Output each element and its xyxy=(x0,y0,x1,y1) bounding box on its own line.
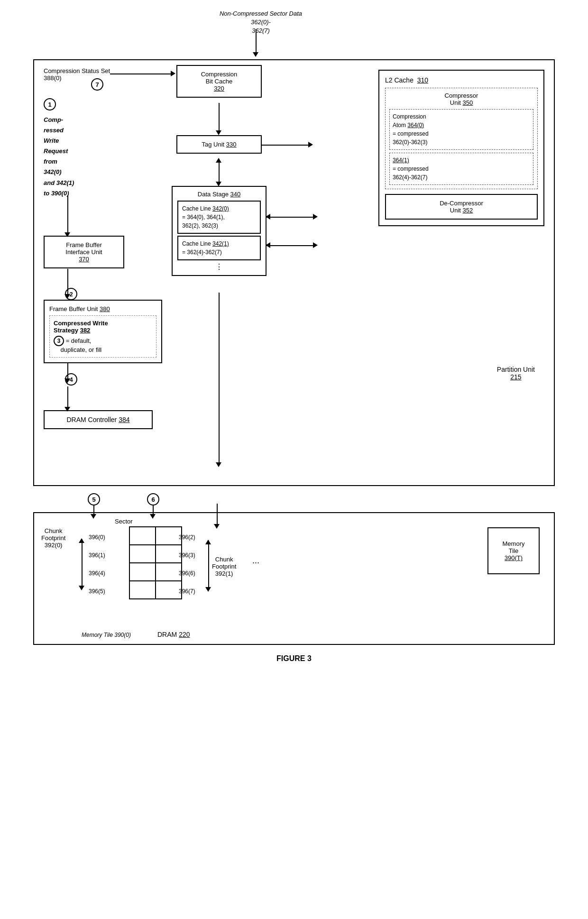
arrow-tag-to-l2 xyxy=(262,145,309,146)
arrowhead-fbu-down xyxy=(64,378,70,383)
arrowhead-left-1 xyxy=(266,214,270,220)
circle-1: 1 xyxy=(44,98,56,110)
memory-tile-0-label: Memory Tile 390(0) xyxy=(82,632,131,638)
write-request-text: Comp- ressed Write Request from 342(0) a… xyxy=(44,115,110,199)
arrowhead-up-1 xyxy=(216,158,221,163)
cache-line-0-box: Cache Line 342(0) = 364(0), 364(1), 362(… xyxy=(177,201,261,234)
compressor-unit-box: Compressor Unit 350 Compression Atom 364… xyxy=(385,88,538,189)
arrowhead-fbi-fbu xyxy=(64,294,70,299)
arrowhead-right-1 xyxy=(171,71,175,76)
arrowhead-left-2 xyxy=(266,242,270,248)
arrowhead-chunk-fp-1-dn xyxy=(205,587,211,592)
sector-grid-container xyxy=(124,526,182,599)
frame-buffer-interface-box: Frame Buffer Interface Unit 370 xyxy=(44,236,124,268)
arrowhead-right-3 xyxy=(313,214,318,220)
sector-label: Sector xyxy=(115,518,133,525)
arrow-datastage-l2-top xyxy=(266,217,314,218)
ellipsis: ... xyxy=(252,556,259,566)
compression-atom-0-box: Compression Atom 364(0) = compressed 362… xyxy=(389,109,533,150)
arrow-fbu-down xyxy=(67,363,68,379)
arrow-cache-to-tag xyxy=(219,103,220,131)
arrowhead-chunk-fp-0-up xyxy=(79,538,84,543)
dram-controller-box: DRAM Controller 384 xyxy=(44,410,153,429)
compressed-write-strategy-box: Compressed Write Strategy 382 3 = defaul… xyxy=(49,315,156,358)
grid-cell-20 xyxy=(129,563,156,581)
arrowhead-right-2 xyxy=(308,142,313,147)
arrowhead-chunk-fp-0-dn xyxy=(79,586,84,590)
data-stage-box: Data Stage 340 Cache Line 342(0) = 364(0… xyxy=(172,186,266,276)
arrow-fbu-down-2 xyxy=(67,386,68,408)
circle-6: 6 xyxy=(147,493,159,505)
grid-cell-30 xyxy=(129,581,156,599)
arrow-left-down-1 xyxy=(67,195,68,233)
sector-ids-left: 396(0) 396(1) 396(4) 396(5) xyxy=(89,528,105,600)
sector-ids-right: 396(2) 396(3) 396(6) 396(7) xyxy=(179,528,195,600)
dram-bottom-label: DRAM 220 xyxy=(157,631,190,638)
arrowhead-down xyxy=(253,52,258,57)
grid-cell-01 xyxy=(156,527,182,545)
top-label: Non-Compressed Sector Data 362(0)- 362(7… xyxy=(213,9,308,36)
arrow-chunk-fp-0 xyxy=(82,539,83,587)
circle-5: 5 xyxy=(88,493,100,505)
tag-unit-box: Tag Unit 330 xyxy=(176,135,262,154)
arrowhead-partition-dram xyxy=(214,524,220,529)
circle-7: 7 xyxy=(91,78,103,91)
arrow-datastage-l2-bot xyxy=(266,245,314,246)
arrowhead-chunk-fp-1-up xyxy=(205,540,211,544)
main-outer-box: Partition Unit 215 Compression Status Se… xyxy=(33,59,555,486)
decompressor-unit-box: De-Compressor Unit 352 xyxy=(385,194,538,220)
arrow-partition-to-dram xyxy=(217,504,218,525)
sector-grid-table xyxy=(129,526,182,599)
figure-caption: FIGURE 3 xyxy=(33,654,555,663)
grid-cell-10 xyxy=(129,545,156,563)
cache-line-1-box: Cache Line 342(1) = 362(4)-362(7) xyxy=(177,236,261,260)
compression-bit-cache-box: Compression Bit Cache 320 xyxy=(176,65,262,98)
dram-box: Chunk Footprint 392(0) Sector 396(0) 396… xyxy=(33,512,555,645)
dots: ⋮ xyxy=(177,262,261,271)
frame-buffer-unit-box: Frame Buffer Unit 380 Compressed Write S… xyxy=(44,300,162,363)
arrowhead-down-2 xyxy=(216,130,221,135)
arrowhead-right-4 xyxy=(313,242,318,248)
grid-cell-21 xyxy=(156,563,182,581)
arrow-from-top xyxy=(256,29,257,53)
memory-tile-t-box: Memory Tile 390(T) xyxy=(487,527,540,574)
arrowhead-datastage-down xyxy=(216,462,221,467)
chunk-footprint-0-label: Chunk Footprint 392(0) xyxy=(41,527,65,549)
grid-cell-31 xyxy=(156,581,182,599)
partition-unit-label: Partition Unit 215 xyxy=(497,366,535,381)
grid-cell-11 xyxy=(156,545,182,563)
grid-cell-00 xyxy=(129,527,156,545)
arrow-status-to-cache xyxy=(110,74,172,74)
compression-atom-1-box: 364(1) = compressed 362(4)-362(7) xyxy=(389,153,533,185)
l2-cache-box: L2 Cache 310 Compressor Unit 350 Compres… xyxy=(378,70,544,226)
arrow-chunk-fp-1 xyxy=(208,541,209,588)
arrow-fbi-to-fbu xyxy=(67,269,68,295)
chunk-footprint-1-label: Chunk Footprint 392(1) xyxy=(212,556,236,577)
arrow-datastage-down xyxy=(219,293,220,463)
